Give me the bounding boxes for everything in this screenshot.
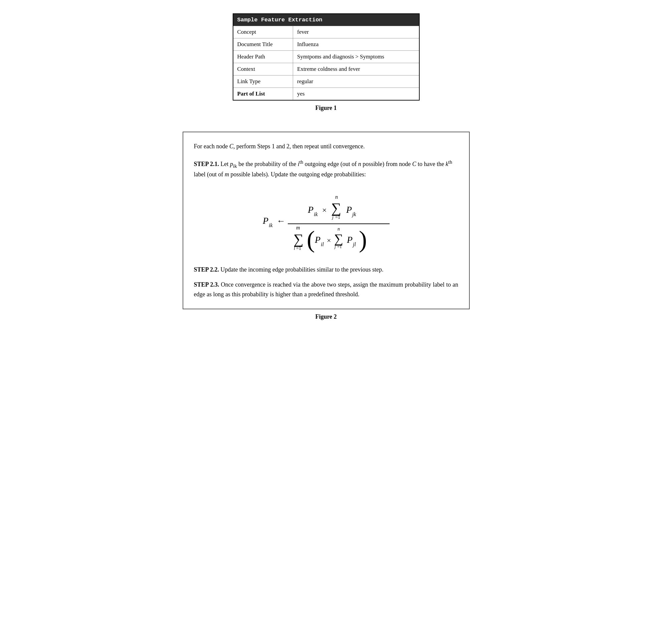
svg-text:×: × [327,236,331,244]
row-label: Header Path [233,51,293,63]
figure1-container: Sample Feature Extraction Concept fever … [176,14,477,111]
svg-text:ik: ik [314,211,318,217]
step23-block: STEP 2.3. Once convergence is reached vi… [194,280,458,299]
table-header: Sample Feature Extraction [233,14,419,26]
svg-text:∑: ∑ [331,200,341,216]
row-label: Link Type [233,76,293,88]
algorithm-box: For each node C, perform Steps 1 and 2, … [183,132,470,309]
row-value: regular [293,76,419,88]
row-value: fever [293,26,419,38]
svg-text:P: P [307,204,314,215]
svg-text:P: P [347,234,353,245]
formula-container: P ik ← P ik × ∑ n j [194,189,458,256]
row-value: yes [293,88,419,101]
svg-text:×: × [322,206,327,214]
svg-text:=1: =1 [337,244,342,249]
svg-text:jl: jl [352,241,356,248]
svg-text:): ) [359,226,367,253]
svg-text:P: P [346,204,352,215]
svg-text:=1: =1 [335,215,340,220]
figure2-container: For each node C, perform Steps 1 and 2, … [176,132,477,320]
row-value: Extreme coldness and fever [293,63,419,76]
svg-text:n: n [335,194,338,200]
svg-text:∑: ∑ [294,231,303,247]
figure2-caption: Figure 2 [315,313,336,320]
row-label: Concept [233,26,293,38]
table-row: Concept fever [233,26,419,38]
table-row: Part of List yes [233,88,419,101]
row-label: Context [233,63,293,76]
page-content: Sample Feature Extraction Concept fever … [176,14,477,320]
table-row: Link Type regular [233,76,419,88]
svg-text:l: l [294,246,295,251]
formula-svg: P ik ← P ik × ∑ n j [256,189,396,256]
svg-text:n: n [337,227,340,231]
sample-feature-table: Sample Feature Extraction Concept fever … [233,14,419,101]
svg-text:il: il [321,241,324,247]
svg-text:ik: ik [269,223,273,228]
row-label-bold: Part of List [233,88,293,101]
step21-label: STEP 2.1. [194,161,219,168]
step23-text: Once convergence is reached via the abov… [194,281,458,298]
step22-block: STEP 2.2. Update the incoming edge proba… [194,265,458,275]
table-row: Document Title Influenza [233,38,419,51]
svg-text:←: ← [277,216,286,226]
svg-text:jk: jk [352,211,356,217]
step22-label: STEP 2.2. [194,266,219,273]
table-row: Header Path Symtpoms and diagnosis > Sym… [233,51,419,63]
svg-text:m: m [296,225,300,230]
step22-text: Update the incoming edge probabilities s… [221,266,384,273]
figure1-caption: Figure 1 [315,105,336,111]
row-value: Influenza [293,38,419,51]
algo-intro: For each node C, perform Steps 1 and 2, … [194,141,458,151]
table-row: Context Extreme coldness and fever [233,63,419,76]
row-value: Symtpoms and diagnosis > Symptoms [293,51,419,63]
svg-text:∑: ∑ [334,231,343,246]
step23-label: STEP 2.3. [194,281,219,288]
svg-text:P: P [263,215,268,226]
row-label: Document Title [233,38,293,51]
svg-text:(: ( [307,226,315,253]
svg-text:P: P [315,234,321,245]
svg-text:=1: =1 [296,246,301,251]
step21-block: STEP 2.1. Let pik be the probability of … [194,158,458,179]
